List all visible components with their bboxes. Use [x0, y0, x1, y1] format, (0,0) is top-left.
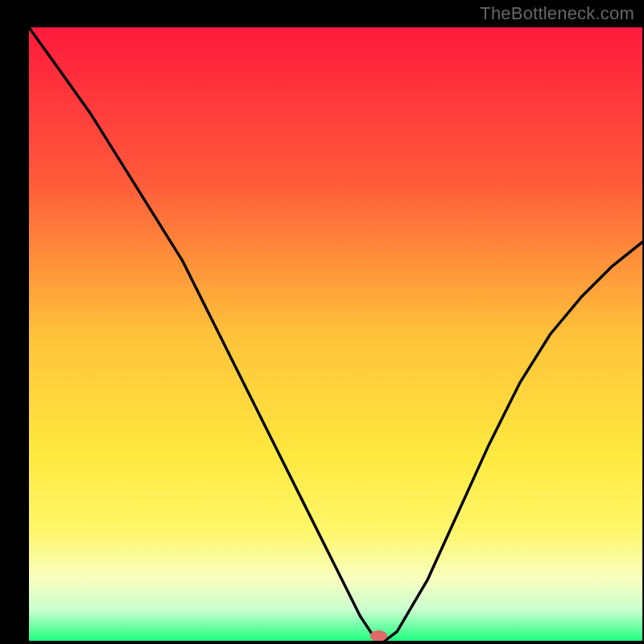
watermark-text: TheBottleneck.com	[480, 3, 634, 24]
chart-frame: TheBottleneck.com	[0, 0, 644, 644]
chart-svg	[29, 27, 642, 641]
plot-area	[29, 27, 642, 641]
